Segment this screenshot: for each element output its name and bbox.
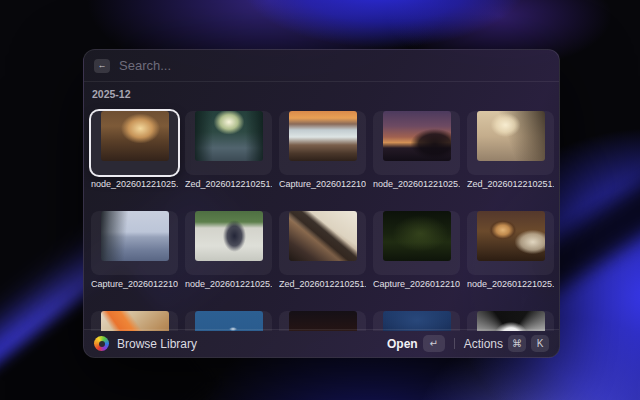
photo-filename: node_202601221025... [91,179,178,191]
photo-thumbnail [289,311,357,331]
date-section-header: 2025-12 [92,88,551,100]
photo-filename: Capture_2026012210... [279,179,366,191]
photo-browser-window: ← 2025-12 node_202601221025... Zed_20260… [83,49,560,358]
photo-item[interactable]: Capture_2026012210... [279,104,366,191]
photo-filename: node_202601221025... [373,179,460,191]
photo-cell [373,111,460,175]
photo-filename: Zed_2026012210251... [279,279,366,291]
search-input[interactable] [119,58,549,73]
photo-item[interactable]: node_202601221025... [91,104,178,191]
color-wheel-icon [94,336,109,351]
photo-cell [91,111,178,175]
photo-item[interactable]: Capture_2026012210... [373,204,460,291]
footer-divider [454,338,455,349]
photo-thumbnail [101,211,169,261]
photo-item[interactable] [185,304,272,331]
footer-actions: Open ↵ Actions ⌘ K [387,335,549,352]
photo-cell [91,211,178,275]
back-button[interactable]: ← [94,59,110,73]
photo-item[interactable]: Zed_2026012210251... [467,104,554,191]
photo-item[interactable] [373,304,460,331]
photo-cell [373,211,460,275]
photo-thumbnail [383,111,451,161]
search-bar: ← [84,50,559,81]
photo-filename: Zed_2026012210251... [467,179,554,191]
photo-filename: Capture_2026012210... [373,279,460,291]
photo-item[interactable]: Capture_2026012210... [91,204,178,291]
photo-thumbnail [477,111,545,161]
results-area: 2025-12 node_202601221025... Zed_2026012… [84,82,559,331]
photo-thumbnail [477,211,545,261]
photo-item[interactable]: Zed_2026012210251... [279,204,366,291]
photo-thumbnail [289,211,357,261]
photo-thumbnail [101,111,169,161]
photo-cell [279,111,366,175]
photo-thumbnail [383,311,451,331]
photo-item[interactable]: node_202601221025... [467,204,554,291]
cmd-key-badge: ⌘ [508,335,526,352]
photo-filename: node_202601221025... [467,279,554,291]
photo-cell [185,311,272,331]
photo-thumbnail [195,211,263,261]
photo-cell [279,211,366,275]
photo-cell [373,311,460,331]
photo-item[interactable]: node_202601221025... [185,204,272,291]
photo-grid: node_202601221025... Zed_2026012210251..… [91,104,552,331]
photo-filename: node_202601221025... [185,279,272,291]
actions-menu-button[interactable]: Actions [464,337,503,351]
open-action-button[interactable]: Open [387,337,418,351]
photo-thumbnail [195,311,263,331]
photo-cell [279,311,366,331]
photo-item[interactable]: node_202601221025... [373,104,460,191]
back-arrow-icon: ← [98,59,107,72]
photo-cell [467,311,554,331]
photo-thumbnail [195,111,263,161]
photo-cell [185,111,272,175]
photo-cell [467,211,554,275]
photo-item[interactable] [279,304,366,331]
photo-thumbnail [477,311,545,331]
photo-filename: Zed_2026012210251... [185,179,272,191]
photo-thumbnail [289,111,357,161]
photo-item[interactable] [467,304,554,331]
photo-cell [185,211,272,275]
k-key-badge: K [531,335,549,352]
photo-thumbnail [383,211,451,261]
app-label: Browse Library [117,337,197,351]
photo-cell [467,111,554,175]
photo-filename: Capture_2026012210... [91,279,178,291]
photo-thumbnail [101,311,169,331]
photo-item[interactable]: Zed_2026012210251... [185,104,272,191]
photo-cell [91,311,178,331]
enter-key-badge: ↵ [423,335,445,352]
photo-item[interactable] [91,304,178,331]
footer-bar: Browse Library Open ↵ Actions ⌘ K [84,329,559,357]
